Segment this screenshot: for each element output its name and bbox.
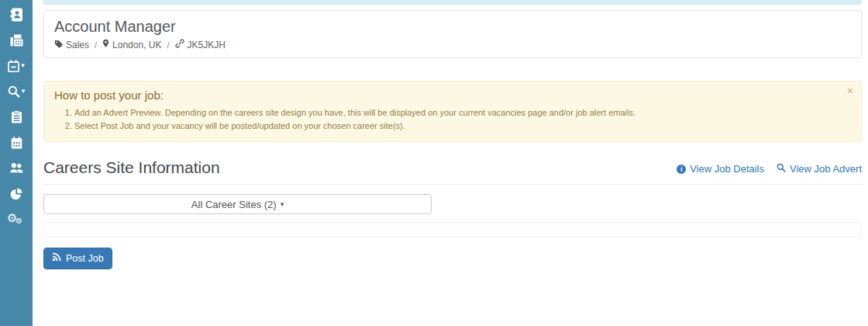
calendar-dropdown-icon	[8, 60, 19, 72]
search-dropdown-icon	[8, 85, 20, 98]
job-reference: JK5JKJH	[175, 39, 226, 50]
alert-title: How to post your job:	[54, 88, 851, 102]
section-title: Careers Site Information	[43, 158, 220, 177]
post-job-button[interactable]: Post Job	[43, 248, 112, 269]
job-header-card: Account Manager Sales /	[43, 10, 862, 58]
sidebar-item-calendar[interactable]	[0, 130, 33, 155]
sidebar-item-fax[interactable]	[0, 27, 33, 53]
calendar-icon	[11, 137, 22, 149]
cogs-icon: ⚙ ⚙	[8, 211, 25, 228]
career-sites-dropdown[interactable]: All Career Sites (2) ▾	[43, 194, 432, 214]
top-info-strip	[43, 0, 862, 5]
alert-step: Select Post Job and your vacancy will be…	[74, 120, 851, 133]
alert-step: Add an Advert Preview. Depending on the …	[74, 106, 851, 120]
meta-separator: /	[167, 40, 169, 50]
section-links: i View Job Details View Job Advert	[677, 163, 862, 177]
link-icon	[175, 39, 184, 50]
career-sites-panel	[43, 222, 862, 238]
job-meta: Sales / London, UK /	[54, 39, 851, 50]
map-marker-icon	[102, 39, 109, 50]
chevron-down-icon: ▾	[281, 200, 284, 208]
alert-steps: Add an Advert Preview. Depending on the …	[54, 106, 851, 132]
clipboard-icon	[11, 110, 22, 123]
sidebar: ▾ ▾	[0, 0, 33, 326]
address-book-icon	[10, 8, 23, 22]
sidebar-item-reports[interactable]	[0, 181, 33, 206]
main-content: Account Manager Sales /	[33, 0, 868, 326]
sidebar-item-contacts[interactable]	[0, 2, 33, 27]
how-to-alert: × How to post your job: Add an Advert Pr…	[43, 81, 862, 142]
chevron-down-icon: ▾	[21, 62, 25, 69]
view-job-details-link[interactable]: i View Job Details	[677, 163, 764, 175]
page-title: Account Manager	[54, 17, 851, 36]
sidebar-item-calendar-menu[interactable]: ▾	[0, 53, 33, 78]
search-icon	[777, 163, 786, 175]
close-icon[interactable]: ×	[847, 85, 853, 96]
pie-chart-icon	[10, 188, 22, 200]
view-job-advert-link[interactable]: View Job Advert	[777, 163, 862, 175]
sidebar-item-tasks[interactable]	[0, 104, 33, 130]
meta-separator: /	[95, 40, 97, 50]
chevron-down-icon: ▾	[22, 88, 26, 95]
sidebar-item-settings[interactable]: ⚙ ⚙	[0, 206, 33, 232]
app-window: ▾ ▾	[0, 0, 868, 326]
job-department: Sales	[54, 40, 89, 50]
info-circle-icon: i	[677, 165, 686, 174]
careers-section-header: Careers Site Information i View Job Deta…	[43, 158, 862, 185]
users-icon	[9, 162, 24, 174]
rss-icon	[52, 252, 61, 264]
job-location: London, UK	[102, 39, 161, 50]
tag-icon	[54, 40, 63, 50]
sidebar-item-search-menu[interactable]: ▾	[0, 78, 33, 104]
sidebar-item-candidates[interactable]	[0, 155, 33, 181]
fax-icon	[10, 34, 23, 47]
